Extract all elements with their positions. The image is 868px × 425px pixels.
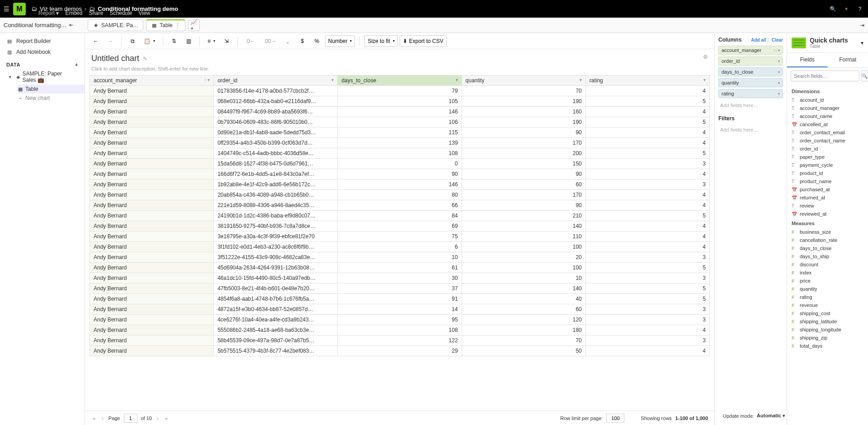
collapse-right-icon[interactable]: ⇥ <box>860 22 864 28</box>
table-cell[interactable]: 3e18795e-a30a-4c3f-9f39-ebfce81f2e70 <box>214 231 338 242</box>
menu-schedule[interactable]: Schedule <box>109 10 132 16</box>
row-limit-input[interactable] <box>606 414 624 423</box>
tab-sample[interactable]: ◈ SAMPLE: Pa… <box>88 19 143 31</box>
table-cell[interactable]: 75 <box>338 231 462 242</box>
table-cell[interactable]: Andy Bernard <box>90 200 214 211</box>
table-cell[interactable]: 4 <box>585 169 709 179</box>
undo-button[interactable]: ← <box>90 35 102 47</box>
table-row[interactable]: Andy Bernard38191650-9275-40bf-b936-7c8a… <box>90 221 710 231</box>
column-pill[interactable]: rating▾ <box>718 89 783 98</box>
col-header-order-id[interactable]: order_id▾ <box>214 76 338 86</box>
filters-dropzone[interactable]: Add fields here… <box>718 124 783 135</box>
table-cell[interactable]: 90 <box>462 128 585 138</box>
table-cell[interactable]: 0d90e21a-db1f-4ab8-aade-5dedd75d3… <box>214 128 338 138</box>
table-cell[interactable]: 70 <box>462 86 585 96</box>
field-item[interactable]: Tproduct_id <box>791 169 864 177</box>
chart-type-header[interactable]: Quick charts Table ▾ <box>787 33 868 53</box>
table-cell[interactable]: 3 <box>585 273 709 283</box>
decimal-dec-button[interactable]: .0← <box>242 35 259 47</box>
table-row[interactable]: Andy Bernard24190b1d-1d2c-4386-baba-ef9d… <box>90 211 710 221</box>
paste-button[interactable]: 📋▾ <box>141 35 158 47</box>
table-cell[interactable]: 90 <box>462 200 585 211</box>
columns-dropzone[interactable]: Add fields here… <box>718 100 783 111</box>
table-cell[interactable]: 38191650-9275-40bf-b936-7c8a7d8ce… <box>214 221 338 231</box>
align-button[interactable]: ≡▾ <box>204 35 218 47</box>
table-cell[interactable]: 110 <box>462 231 585 242</box>
column-menu-icon[interactable]: ▾ <box>703 77 706 82</box>
table-cell[interactable]: 10 <box>462 273 585 283</box>
table-row[interactable]: Andy Bernard58b45539-09ce-497a-98d7-0e7a… <box>90 335 710 346</box>
table-cell[interactable]: Andy Bernard <box>90 96 214 107</box>
table-cell[interactable]: 6 <box>338 242 462 252</box>
table-cell[interactable]: Andy Bernard <box>90 325 214 335</box>
prev-page-button[interactable]: ‹ <box>100 416 105 421</box>
table-cell[interactable]: 122 <box>338 335 462 346</box>
table-cell[interactable]: 3 <box>585 304 709 315</box>
copy-button[interactable]: ⧉ <box>126 35 139 47</box>
table-cell[interactable]: Andy Bernard <box>90 221 214 231</box>
next-page-button[interactable]: › <box>156 416 160 421</box>
table-cell[interactable]: 100 <box>462 263 585 273</box>
edit-title-icon[interactable]: ✎ <box>143 56 147 62</box>
col-header-quantity[interactable]: quantity▾ <box>462 76 585 86</box>
table-cell[interactable]: 5 <box>585 211 709 221</box>
table-cell[interactable]: 5 <box>585 96 709 107</box>
table-cell[interactable]: 5 <box>585 294 709 304</box>
clear-link[interactable]: Clear <box>772 38 783 42</box>
table-cell[interactable]: 555086b2-2485-4a18-ae68-ba63cb3e… <box>214 325 338 335</box>
table-cell[interactable]: Andy Bernard <box>90 138 214 148</box>
table-row[interactable]: Andy Bernard20ab854a-c436-4089-a948-cb1b… <box>90 190 710 200</box>
field-item[interactable]: 📅reviewed_at <box>791 210 864 218</box>
table-cell[interactable]: 170 <box>462 138 585 148</box>
table-cell[interactable]: 068e0312-66bb-432a-bab0-e2116daf9… <box>214 96 338 107</box>
tab-fields[interactable]: Fields <box>787 53 828 67</box>
table-cell[interactable]: 4 <box>585 107 709 117</box>
update-mode-dropdown[interactable]: Automatic ▾ <box>757 413 785 419</box>
caret-down-icon[interactable]: ▾ <box>9 75 14 79</box>
chart-type-dropdown-icon[interactable]: ▾ <box>861 40 863 46</box>
field-item[interactable]: #discount <box>791 260 864 269</box>
table-cell[interactable]: 69 <box>338 221 462 231</box>
add-all-link[interactable]: Add all <box>751 38 766 42</box>
menu-share[interactable]: Share <box>89 10 103 16</box>
table-cell[interactable]: 46a1dc10-15fd-4490-80c5-140a97edb… <box>214 273 338 283</box>
table-cell[interactable]: 84 <box>338 211 462 221</box>
table-cell[interactable]: Andy Bernard <box>90 86 214 96</box>
data-table-wrapper[interactable]: account_manager↑▾ order_id▾ days_to_clos… <box>85 75 714 411</box>
table-row[interactable]: Andy Bernard1b92ab8e-4e1f-42c9-add6-6e56… <box>90 179 710 190</box>
table-cell[interactable]: Andy Bernard <box>90 169 214 179</box>
search-fields-input[interactable] <box>791 71 859 81</box>
table-cell[interactable]: Andy Bernard <box>90 283 214 294</box>
table-cell[interactable]: 5b575515-4379-4b3f-8c77-4e2bef083… <box>214 346 338 356</box>
table-cell[interactable]: Andy Bernard <box>90 273 214 283</box>
field-item[interactable]: #shipping_latitude <box>791 317 864 326</box>
table-cell[interactable]: 1b92ab8e-4e1f-42c9-add6-6e56b172c… <box>214 179 338 190</box>
table-cell[interactable]: Andy Bernard <box>90 346 214 356</box>
new-chart-item[interactable]: + New chart <box>17 94 85 103</box>
field-item[interactable]: Tproduct_name <box>791 177 864 185</box>
table-cell[interactable]: 0b793046-0609-483c-86f6-905010b0… <box>214 117 338 128</box>
table-cell[interactable]: 4 <box>585 346 709 356</box>
field-item[interactable]: 📅purchased_at <box>791 185 864 194</box>
format-dropdown[interactable]: Number▾ <box>325 35 355 47</box>
decimal-inc-button[interactable]: .00→ <box>260 35 280 47</box>
table-row[interactable]: Andy Bernard45d6904a-2634-4264-9391-12b6… <box>90 263 710 273</box>
table-cell[interactable]: 4 <box>585 200 709 211</box>
app-logo[interactable]: M <box>13 3 26 15</box>
table-cell[interactable]: Andy Bernard <box>90 117 214 128</box>
field-item[interactable]: #revenue <box>791 301 864 309</box>
field-item[interactable]: #index <box>791 269 864 277</box>
table-cell[interactable]: 70 <box>462 335 585 346</box>
table-cell[interactable]: 3 <box>585 252 709 263</box>
thousands-button[interactable]: , <box>282 35 294 47</box>
table-cell[interactable]: 146 <box>338 179 462 190</box>
table-cell[interactable]: 140 <box>462 283 585 294</box>
table-cell[interactable]: 190 <box>462 96 585 107</box>
table-cell[interactable]: 15da56d8-1627-4f38-b475-0d6d7961… <box>214 159 338 169</box>
field-item[interactable]: #price <box>791 277 864 285</box>
table-row[interactable]: Andy Bernard0d90e21a-db1f-4ab8-aade-5ded… <box>90 128 710 138</box>
table-cell[interactable]: 4 <box>585 325 709 335</box>
table-cell[interactable]: Andy Bernard <box>90 128 214 138</box>
field-item[interactable]: Torder_contact_email <box>791 128 864 137</box>
table-cell[interactable]: Andy Bernard <box>90 335 214 346</box>
